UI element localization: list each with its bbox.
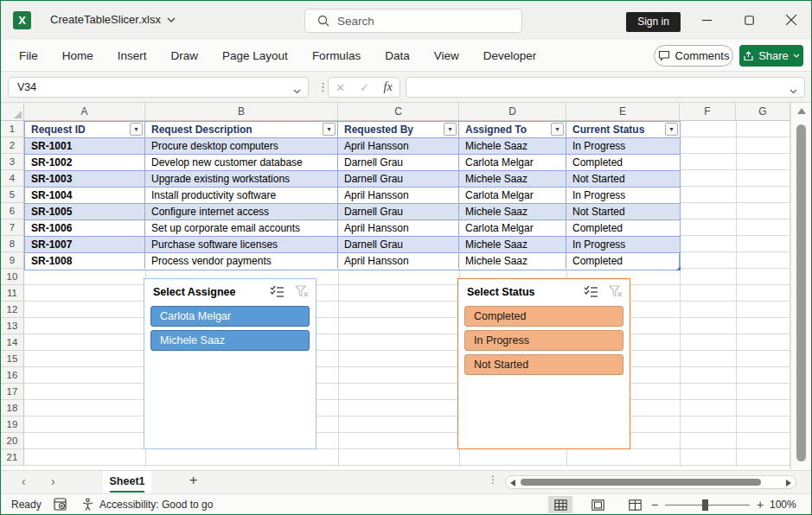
filter-dropdown-icon[interactable]: ▾	[665, 123, 678, 136]
cell-requested-by[interactable]: April Hansson	[338, 253, 459, 269]
row-header[interactable]: 21	[1, 449, 24, 466]
document-title-group[interactable]: CreateTableSlicer.xlsx	[50, 13, 176, 26]
tab-insert[interactable]: Insert	[118, 49, 147, 62]
vertical-scrollbar[interactable]	[790, 103, 811, 470]
tab-developer[interactable]: Developer	[483, 49, 537, 62]
cell-requested-by[interactable]: Darnell Grau	[338, 171, 459, 187]
slicer-item-in-progress[interactable]: In Progress	[464, 330, 623, 351]
cell-requested-by[interactable]: April Hansson	[338, 220, 459, 236]
share-button[interactable]: Share	[739, 45, 803, 67]
cell-request-id[interactable]: SR-1006	[25, 220, 145, 236]
row-header[interactable]: 4	[1, 170, 24, 187]
row-header[interactable]: 15	[1, 351, 24, 367]
cell-requested-by[interactable]: Darnell Grau	[338, 237, 459, 252]
slicer-item-michele-saaz[interactable]: Michele Saaz	[150, 330, 310, 351]
cell-request-id[interactable]: SR-1008	[25, 253, 145, 269]
table-header-current-status[interactable]: Current Status▾	[566, 122, 680, 137]
row-header[interactable]: 1	[1, 121, 24, 137]
column-header-f[interactable]: F	[680, 103, 736, 121]
row-header[interactable]: 13	[1, 318, 24, 334]
cell-description[interactable]: Configure internet access	[145, 204, 338, 219]
table-row[interactable]: SR-1001 Procure desktop computers April …	[25, 138, 680, 155]
cell-description[interactable]: Purchase software licenses	[145, 237, 338, 252]
row-header[interactable]: 9	[1, 252, 24, 269]
row-header[interactable]: 3	[1, 154, 24, 170]
cell-request-id[interactable]: SR-1001	[25, 138, 145, 154]
clear-filter-icon[interactable]	[609, 285, 623, 298]
slicer-item-carlota-melgar[interactable]: Carlota Melgar	[150, 306, 310, 327]
minimize-button[interactable]	[687, 1, 726, 39]
slicer-item-not-started[interactable]: Not Started	[464, 354, 623, 375]
tab-file[interactable]: File	[19, 49, 38, 62]
page-layout-view-button[interactable]	[585, 496, 610, 513]
row-header[interactable]: 10	[1, 269, 24, 285]
table-resize-handle[interactable]	[676, 266, 681, 270]
column-header-b[interactable]: B	[145, 103, 338, 121]
tab-page-layout[interactable]: Page Layout	[222, 49, 288, 62]
cell-request-id[interactable]: SR-1002	[25, 155, 145, 170]
cell-status[interactable]: In Progress	[566, 138, 680, 154]
filter-dropdown-icon[interactable]: ▾	[323, 123, 336, 136]
zoom-out-button[interactable]: −	[651, 498, 658, 512]
cell-status[interactable]: In Progress	[566, 237, 680, 252]
cell-requested-by[interactable]: April Hansson	[338, 188, 459, 203]
sheet-next-icon[interactable]: ›	[51, 474, 55, 488]
cell-requested-by[interactable]: April Hansson	[338, 138, 459, 154]
table-row[interactable]: SR-1008 Process vendor payments April Ha…	[25, 253, 680, 270]
formula-bar-expand[interactable]	[790, 81, 797, 100]
page-break-view-button[interactable]	[623, 496, 647, 513]
row-header[interactable]: 17	[1, 384, 24, 400]
cell-status[interactable]: Completed	[566, 220, 680, 236]
tab-home[interactable]: Home	[62, 49, 93, 62]
select-all-corner[interactable]	[1, 103, 24, 121]
cell-request-id[interactable]: SR-1004	[25, 188, 145, 203]
sign-in-button[interactable]: Sign in	[626, 12, 681, 32]
row-header[interactable]: 20	[1, 433, 24, 449]
table-row[interactable]: SR-1004 Install productivity software Ap…	[25, 188, 680, 204]
cell-request-id[interactable]: SR-1007	[25, 237, 145, 252]
column-header-g[interactable]: G	[736, 103, 790, 121]
tab-data[interactable]: Data	[385, 49, 410, 62]
row-header[interactable]: 6	[1, 203, 24, 219]
accessibility-status[interactable]: Accessibility: Good to go	[81, 498, 213, 511]
macro-record-icon[interactable]	[54, 498, 67, 513]
cell-description[interactable]: Procure desktop computers	[145, 138, 338, 154]
comments-button[interactable]: Comments	[654, 45, 733, 67]
row-header[interactable]: 2	[1, 137, 24, 154]
row-header[interactable]: 5	[1, 187, 24, 203]
scroll-left-icon[interactable]	[510, 480, 515, 486]
sheet-prev-icon[interactable]: ‹	[22, 474, 26, 488]
multi-select-icon[interactable]	[270, 285, 285, 298]
row-header[interactable]: 19	[1, 416, 24, 433]
horizontal-scrollbar[interactable]	[505, 475, 796, 489]
table-header-requested-by[interactable]: Requested By▾	[338, 122, 459, 137]
cell-requested-by[interactable]: Darnell Grau	[338, 155, 459, 170]
cell-status[interactable]: In Progress	[566, 188, 680, 203]
cell-status[interactable]: Not Started	[566, 171, 680, 187]
excel-app-icon[interactable]: X	[13, 11, 31, 29]
insert-function-icon[interactable]: fx	[384, 80, 393, 94]
cell-assigned-to[interactable]: Michele Saaz	[459, 138, 566, 154]
zoom-slider-thumb[interactable]	[702, 499, 708, 511]
enter-formula-icon[interactable]: ✓	[360, 81, 369, 94]
scroll-up-icon[interactable]	[797, 108, 806, 114]
cell-requested-by[interactable]: Darnell Grau	[338, 204, 459, 219]
cell-request-id[interactable]: SR-1005	[25, 204, 145, 219]
cell-description[interactable]: Upgrade existing workstations	[145, 171, 338, 187]
row-header[interactable]: 16	[1, 367, 24, 384]
normal-view-button[interactable]	[548, 496, 572, 513]
tab-draw[interactable]: Draw	[171, 49, 199, 62]
cell-assigned-to[interactable]: Carlota Melgar	[459, 220, 566, 236]
table-row[interactable]: SR-1002 Develop new customer database Da…	[25, 155, 680, 171]
cancel-formula-icon[interactable]: ✕	[336, 81, 345, 94]
scroll-right-icon[interactable]	[786, 480, 791, 486]
column-header-d[interactable]: D	[459, 103, 566, 121]
multi-select-icon[interactable]	[584, 285, 598, 298]
cell-request-id[interactable]: SR-1003	[25, 171, 145, 187]
row-header[interactable]: 8	[1, 236, 24, 252]
cell-description[interactable]: Develop new customer database	[145, 155, 338, 170]
table-row[interactable]: SR-1006 Set up corporate email accounts …	[25, 220, 680, 237]
row-header[interactable]: 11	[1, 285, 24, 302]
cell-description[interactable]: Install productivity software	[145, 188, 338, 203]
column-header-a[interactable]: A	[24, 103, 145, 121]
